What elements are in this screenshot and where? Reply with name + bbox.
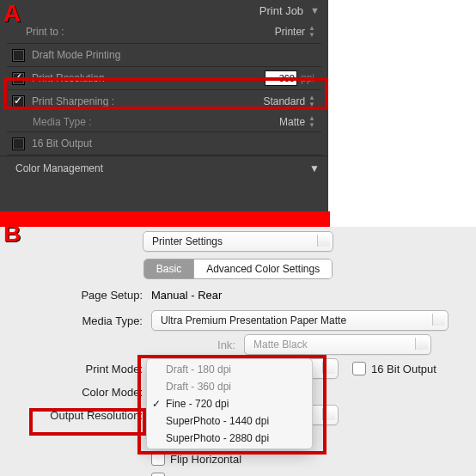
chevron-down-icon: ▼ bbox=[310, 5, 320, 15]
print-sharpening-row[interactable]: Print Sharpening : Standard ▲▼ bbox=[7, 90, 321, 113]
checkbox-icon bbox=[352, 362, 366, 375]
lightroom-print-panel: Print Job ▼ Print to : Printer ▲▼ Draft … bbox=[0, 0, 328, 213]
print-resolution-label: Print Resolution bbox=[32, 72, 265, 84]
print-mode-label: Print Mode: bbox=[0, 363, 151, 375]
print-resolution-row[interactable]: Print Resolution ppi bbox=[7, 67, 321, 90]
tab-advanced-color[interactable]: Advanced Color Settings bbox=[193, 259, 332, 278]
updown-icon: ▲▼ bbox=[308, 25, 314, 39]
annotation-letter-a: A bbox=[3, 0, 21, 27]
printer-settings-select[interactable]: Printer Settings ▲▼ bbox=[143, 231, 333, 252]
menu-opt-superphoto-2880[interactable]: SuperPhoto - 2880 dpi bbox=[147, 430, 312, 447]
page-setup-value: Manual - Rear bbox=[151, 289, 222, 302]
section-header-print-job[interactable]: Print Job ▼ bbox=[0, 0, 328, 21]
media-type-row: Media Type : Matte ▲▼ bbox=[7, 113, 321, 131]
print-sharpening-value[interactable]: Standard ▲▼ bbox=[263, 95, 314, 108]
print-sharpening-checkbox[interactable] bbox=[12, 95, 25, 108]
media-type-label: Media Type : bbox=[33, 116, 279, 128]
ppi-unit: ppi bbox=[301, 72, 314, 84]
output-resolution-label: Output Resolution: bbox=[0, 409, 151, 422]
bit16-row[interactable]: 16 Bit Output bbox=[7, 131, 321, 156]
media-type-label-b: Media Type: bbox=[0, 314, 151, 327]
print-resolution-input[interactable] bbox=[265, 70, 297, 86]
checkbox-icon bbox=[151, 452, 165, 466]
color-management-label: Color Management bbox=[15, 162, 103, 174]
section-title: Print Job bbox=[259, 4, 303, 17]
annotation-letter-b: B bbox=[3, 220, 21, 247]
draft-mode-checkbox[interactable] bbox=[12, 49, 25, 62]
color-management-row[interactable]: Color Management ▼ bbox=[0, 156, 328, 180]
print-to-label: Print to : bbox=[26, 26, 275, 38]
draft-mode-label: Draft Mode Printing bbox=[32, 49, 321, 61]
print-resolution-checkbox[interactable] bbox=[12, 72, 25, 85]
menu-opt-superphoto-1440[interactable]: SuperPhoto - 1440 dpi bbox=[147, 412, 312, 430]
tabs: Basic Advanced Color Settings bbox=[143, 259, 333, 279]
page-setup-label: Page Setup: bbox=[0, 289, 151, 302]
tab-basic[interactable]: Basic bbox=[144, 259, 193, 278]
flip-horizontal-check[interactable]: Flip Horizontal bbox=[151, 452, 241, 466]
updown-icon: ▲▼ bbox=[308, 115, 314, 129]
chevron-down-icon: ▼ bbox=[309, 162, 320, 174]
updown-icon: ▲▼ bbox=[308, 95, 314, 108]
bit16-checkbox[interactable] bbox=[12, 137, 25, 150]
media-type-value[interactable]: Matte ▲▼ bbox=[279, 115, 314, 129]
ink-label: Ink: bbox=[0, 339, 244, 351]
menu-opt-draft-360[interactable]: Draft - 360 dpi bbox=[147, 378, 312, 395]
checkbox-icon bbox=[151, 473, 165, 476]
menu-opt-fine-720[interactable]: Fine - 720 dpi bbox=[147, 395, 312, 412]
color-mode-label: Color Mode: bbox=[0, 386, 151, 399]
media-type-select[interactable]: Ultra Premium Presentation Paper Matte▲▼ bbox=[151, 310, 449, 331]
ink-select[interactable]: Matte Black▲▼ bbox=[244, 334, 431, 355]
bit16-label: 16 Bit Output bbox=[32, 137, 321, 150]
draft-mode-row[interactable]: Draft Mode Printing bbox=[7, 44, 321, 67]
bit16-output-check[interactable]: 16 Bit Output bbox=[352, 362, 436, 375]
print-to-value[interactable]: Printer ▲▼ bbox=[275, 25, 314, 39]
menu-opt-draft-180[interactable]: Draft - 180 dpi bbox=[147, 361, 312, 378]
print-to-row: Print to : Printer ▲▼ bbox=[7, 21, 321, 44]
finest-detail-check[interactable]: Finest Detail bbox=[151, 473, 232, 476]
output-resolution-menu[interactable]: Draft - 180 dpi Draft - 360 dpi Fine - 7… bbox=[146, 358, 313, 449]
print-sharpening-label: Print Sharpening : bbox=[32, 95, 263, 107]
